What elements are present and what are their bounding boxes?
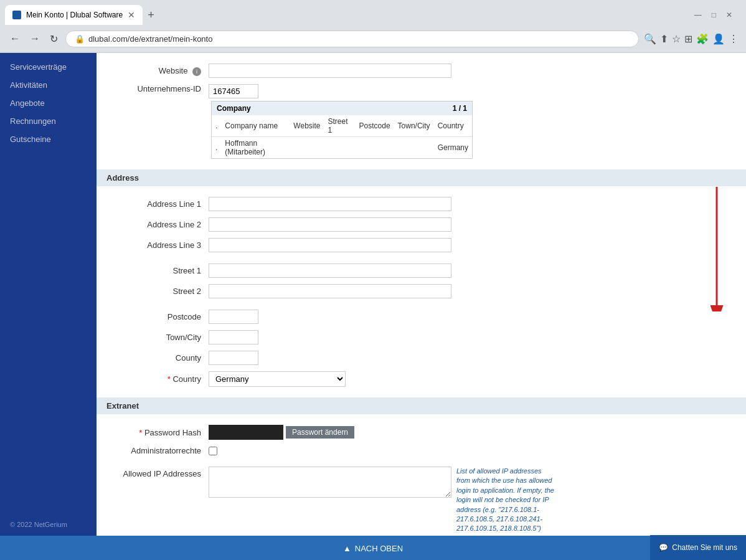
sidebar-item-rechnungen[interactable]: Rechnungen: [0, 112, 97, 130]
company-id-input[interactable]: [209, 84, 258, 98]
address-line3-row: Address Line 3: [109, 235, 734, 255]
address-section-header: Address: [97, 169, 746, 186]
town-label: Town/City: [109, 333, 209, 342]
address-line1-row: Address Line 1: [109, 194, 734, 214]
company-id-row: Unternehmens-ID Company 1 / 1 . Co: [109, 81, 734, 162]
red-arrow-annotation: [707, 187, 726, 313]
postcode-row: Postcode: [109, 306, 734, 327]
company-header: Company 1 / 1: [212, 102, 472, 115]
company-table-header: . Company name Website Street 1 Postcode…: [212, 115, 472, 137]
url-bar[interactable]: 🔒 dlubal.com/de/extranet/mein-konto: [65, 31, 639, 47]
company-pagination: 1 / 1: [453, 104, 467, 113]
profile-icon[interactable]: 👤: [712, 33, 725, 45]
row-website: [290, 137, 324, 159]
content-area: Website i Unternehmens-ID Company 1 / 1: [97, 53, 746, 536]
street1-row: Street 1: [109, 260, 734, 281]
address-line3-input[interactable]: [209, 238, 451, 252]
address-line1-input[interactable]: [209, 197, 451, 211]
col-dot: .: [212, 115, 221, 137]
county-input[interactable]: [209, 351, 258, 365]
password-hash-display: [209, 425, 283, 440]
windows-icon[interactable]: ⊞: [684, 33, 692, 45]
chat-icon: 💬: [659, 543, 668, 552]
row-town: [394, 137, 434, 159]
street1-label: Street 1: [109, 266, 209, 275]
search-icon[interactable]: 🔍: [644, 33, 656, 45]
row-postcode: [356, 137, 394, 159]
country-row: * * CountryCountry Germany: [109, 368, 734, 390]
col-name: Company name: [221, 115, 290, 137]
sidebar-footer: © 2022 NetGerium: [0, 513, 97, 536]
allowed-ip-field-group: List of allowed IP addresses from which …: [209, 467, 556, 534]
sidebar-menu: Serviceverträge Aktivitäten Angebote Rec…: [0, 53, 97, 153]
street2-label: Street 2: [109, 287, 209, 296]
address-line2-input[interactable]: [209, 217, 451, 232]
website-row: Website i: [109, 60, 734, 81]
company-box: Company 1 / 1 . Company name Website Str…: [211, 101, 473, 159]
sidebar-item-aktivitaeten[interactable]: Aktivitäten: [0, 76, 97, 94]
password-hash-row: * Password Hash Passwort ändern: [109, 422, 734, 443]
col-website: Website: [290, 115, 324, 137]
browser-tab[interactable]: Mein Konto | Dlubal Software ✕: [5, 5, 143, 25]
new-tab-button[interactable]: +: [143, 6, 159, 24]
address-line2-label: Address Line 2: [109, 220, 209, 229]
admin-row: Administratorrechte: [109, 443, 734, 458]
website-info-icon[interactable]: i: [192, 67, 201, 76]
country-select[interactable]: Germany: [209, 371, 346, 387]
county-label: County: [109, 353, 209, 363]
share-icon[interactable]: ⬆: [660, 33, 668, 45]
allowed-ip-row: Allowed IP Addresses List of allowed IP …: [109, 463, 734, 536]
nach-oben-button[interactable]: ▲ NACH OBEN: [343, 544, 403, 553]
row-name: Hoffmann (Mitarbeiter): [221, 137, 290, 159]
tab-close-button[interactable]: ✕: [128, 10, 135, 20]
street1-input[interactable]: [209, 263, 451, 278]
url-text: dlubal.com/de/extranet/mein-konto: [88, 34, 212, 44]
col-town: Town/City: [394, 115, 434, 137]
window-maximize[interactable]: □: [708, 9, 720, 21]
town-input[interactable]: [209, 330, 258, 344]
town-row: Town/City: [109, 327, 734, 348]
col-street1: Street 1: [324, 115, 356, 137]
tab-title: Mein Konto | Dlubal Software: [26, 11, 123, 19]
back-nav-button[interactable]: ←: [7, 31, 22, 47]
row-dot: .: [212, 137, 221, 159]
company-table: . Company name Website Street 1 Postcode…: [212, 115, 472, 158]
extranet-section-header: Extranet: [97, 397, 746, 414]
reload-button[interactable]: ↻: [47, 31, 60, 47]
sidebar-item-gutscheine[interactable]: Gutscheine: [0, 130, 97, 148]
sidebar-item-angebote[interactable]: Angebote: [0, 94, 97, 112]
menu-icon[interactable]: ⋮: [729, 33, 739, 45]
address-line3-label: Address Line 3: [109, 240, 209, 250]
footer-bar: ▲ NACH OBEN: [0, 536, 746, 560]
bookmark-icon[interactable]: ☆: [672, 33, 681, 45]
extranet-section: * Password Hash Passwort ändern Administ…: [97, 417, 746, 536]
extensions-icon[interactable]: 🧩: [696, 33, 709, 45]
window-minimize[interactable]: —: [691, 9, 706, 21]
country-label: * * CountryCountry: [109, 374, 209, 384]
company-table-row: . Hoffmann (Mitarbeiter) Germany: [212, 137, 472, 159]
county-row: County: [109, 348, 734, 368]
admin-checkbox[interactable]: [209, 447, 217, 455]
street2-input[interactable]: [209, 284, 451, 298]
chat-button[interactable]: 💬 Chatten Sie mit uns: [650, 535, 746, 560]
company-id-label: Unternehmens-ID: [109, 84, 209, 93]
tab-favicon: [12, 11, 21, 19]
postcode-label: Postcode: [109, 312, 209, 321]
street2-row: Street 2: [109, 281, 734, 301]
address-line2-row: Address Line 2: [109, 214, 734, 235]
row-street1: [324, 137, 356, 159]
address-line1-label: Address Line 1: [109, 199, 209, 209]
address-section: Address Line 1 Address Line 2 Address Li…: [97, 189, 746, 397]
allowed-ip-textarea[interactable]: [209, 467, 451, 498]
postcode-input[interactable]: [209, 310, 258, 324]
forward-nav-button[interactable]: →: [27, 31, 42, 47]
website-label: Website i: [109, 66, 209, 76]
passwort-aendern-button[interactable]: Passwort ändern: [286, 426, 354, 439]
company-title: Company: [217, 104, 251, 113]
sidebar-item-servicevertraege[interactable]: Serviceverträge: [0, 58, 97, 76]
col-country: Country: [434, 115, 472, 137]
password-hash-label: * Password Hash: [109, 428, 209, 437]
lock-icon: 🔒: [75, 34, 85, 44]
window-close[interactable]: ✕: [722, 9, 736, 21]
website-input[interactable]: [209, 64, 451, 78]
